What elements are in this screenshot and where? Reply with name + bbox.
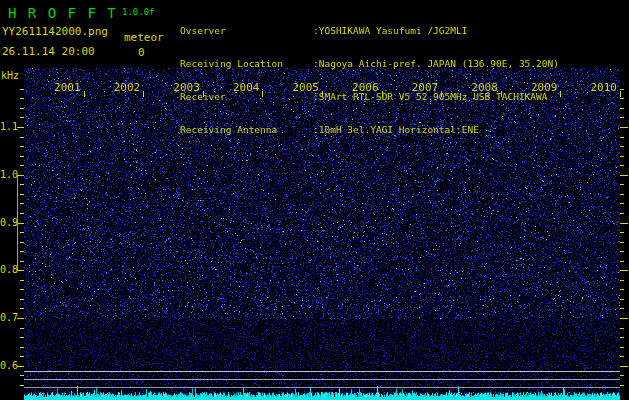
info-row-observer: Ovserver:YOSHIKAWA Yasufumi /JG2MLI <box>180 25 559 36</box>
time-tick-label: 2006 <box>345 81 379 94</box>
time-tick <box>143 91 144 97</box>
freq-major-tick <box>620 366 628 367</box>
freq-minor-tick <box>20 375 24 376</box>
time-tick <box>203 91 204 97</box>
app-title: H R O F F T <box>8 5 117 21</box>
time-tick <box>441 91 442 97</box>
freq-minor-tick <box>20 232 24 233</box>
freq-minor-tick <box>20 203 24 204</box>
freq-minor-tick <box>20 242 24 243</box>
freq-tick-label: 1.1 <box>0 121 17 132</box>
freq-minor-tick <box>20 137 24 138</box>
freq-tick-label: 0.7 <box>0 312 17 323</box>
time-tick <box>322 91 323 97</box>
freq-minor-tick <box>20 89 24 90</box>
time-tick-label: 2002 <box>106 81 140 94</box>
time-tick <box>382 91 383 97</box>
time-tick-label: 2003 <box>166 81 200 94</box>
freq-minor-tick <box>620 385 624 386</box>
info-row-antenna: Receiving Antenna:10mH 3el.YAGI Horizont… <box>180 124 559 135</box>
freq-minor-tick <box>620 347 624 348</box>
freq-major-tick <box>620 318 628 319</box>
freq-minor-tick <box>20 289 24 290</box>
app-version: 1.0.0f <box>122 7 155 17</box>
freq-minor-tick <box>20 337 24 338</box>
freq-minor-tick <box>620 137 624 138</box>
freq-minor-tick <box>620 280 624 281</box>
time-tick-label: 2007 <box>404 81 438 94</box>
freq-minor-tick <box>20 117 24 118</box>
hrofft-window: H R O F F T 1.0.0f YY2611142000.png mete… <box>0 0 629 400</box>
freq-minor-tick <box>620 156 624 157</box>
freq-minor-tick <box>620 356 624 357</box>
meteor-count: 0 <box>138 46 145 59</box>
time-tick <box>84 91 85 97</box>
freq-minor-tick <box>620 251 624 252</box>
freq-minor-tick <box>620 308 624 309</box>
info-row-location: Receiving Location:Nagoya Aichi-pref. JA… <box>180 58 559 69</box>
freq-tick-label: 0.6 <box>0 360 17 371</box>
info-value: :10mH 3el.YAGI Horizontal:ENE <box>313 124 479 135</box>
freq-minor-tick <box>620 184 624 185</box>
freq-minor-tick <box>20 308 24 309</box>
freq-minor-tick <box>620 98 624 99</box>
output-filename: YY2611142000.png <box>2 25 108 38</box>
time-tick-label: 2008 <box>464 81 498 94</box>
time-tick <box>620 91 621 97</box>
freq-minor-tick <box>20 280 24 281</box>
freq-minor-tick <box>620 232 624 233</box>
time-tick <box>262 91 263 97</box>
freq-minor-tick <box>20 98 24 99</box>
freq-major-tick <box>17 127 24 128</box>
freq-minor-tick <box>20 328 24 329</box>
freq-tick-label: 0.8 <box>0 264 17 275</box>
observer-info-block: Ovserver:YOSHIKAWA Yasufumi /JG2MLI Rece… <box>180 3 559 157</box>
freq-major-tick <box>620 270 628 271</box>
freq-minor-tick <box>20 146 24 147</box>
time-tick <box>560 91 561 97</box>
khz-axis-label: kHz <box>1 70 19 81</box>
time-tick-label: 2010 <box>583 81 617 94</box>
freq-major-tick <box>17 366 24 367</box>
time-tick-label: 2001 <box>47 81 81 94</box>
freq-minor-tick <box>20 108 24 109</box>
freq-major-tick <box>17 318 24 319</box>
info-key: Receiving Antenna <box>180 124 313 135</box>
freq-minor-tick <box>620 299 624 300</box>
freq-minor-tick <box>620 108 624 109</box>
freq-minor-tick <box>20 184 24 185</box>
freq-major-tick <box>620 127 628 128</box>
freq-major-tick <box>620 223 628 224</box>
freq-minor-tick <box>20 385 24 386</box>
freq-minor-tick <box>620 242 624 243</box>
freq-major-tick <box>17 223 24 224</box>
freq-tick-label: 1.0 <box>0 169 17 180</box>
info-key: Ovserver <box>180 25 313 36</box>
freq-tick-label: 0.9 <box>0 217 17 228</box>
freq-minor-tick <box>20 156 24 157</box>
freq-minor-tick <box>620 165 624 166</box>
time-tick <box>501 91 502 97</box>
freq-minor-tick <box>620 328 624 329</box>
time-tick-label: 2005 <box>285 81 319 94</box>
counting-band-marker <box>17 175 18 270</box>
freq-minor-tick <box>620 289 624 290</box>
freq-minor-tick <box>620 375 624 376</box>
freq-minor-tick <box>20 194 24 195</box>
freq-minor-tick <box>620 261 624 262</box>
freq-minor-tick <box>620 213 624 214</box>
info-key: Receiving Location <box>180 58 313 69</box>
freq-minor-tick <box>20 251 24 252</box>
freq-minor-tick <box>20 165 24 166</box>
timestamp: 26.11.14 20:00 <box>2 45 95 58</box>
freq-minor-tick <box>620 337 624 338</box>
freq-minor-tick <box>20 299 24 300</box>
freq-minor-tick <box>620 146 624 147</box>
info-value: :Nagoya Aichi-pref. JAPAN (136.90E, 35.2… <box>313 58 559 69</box>
freq-minor-tick <box>620 194 624 195</box>
time-tick-label: 2009 <box>523 81 557 94</box>
freq-minor-tick <box>20 213 24 214</box>
freq-minor-tick <box>620 117 624 118</box>
freq-minor-tick <box>20 356 24 357</box>
freq-minor-tick <box>20 261 24 262</box>
